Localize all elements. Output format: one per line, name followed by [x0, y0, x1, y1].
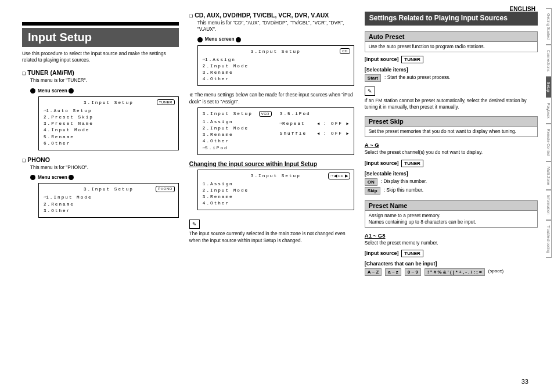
auto-note: If an FM station cannot be preset automa…: [365, 98, 538, 110]
tab-information[interactable]: Information: [546, 190, 552, 220]
phono-menu-label: Menu screen: [30, 174, 179, 181]
cd-aux-sub: This menu is for "CD", "AUX", "DVD/HDP",…: [197, 20, 354, 33]
change-tag: ☞◀ CD ▶: [328, 172, 350, 179]
tuner-menu-box: TUNER 3.Input Setup ☞1.Auto Setup 2.Pres…: [38, 96, 179, 150]
skip-sel-label: [Selectable items]: [365, 171, 538, 177]
column-right: Settings Related to Playing Input Source…: [365, 12, 538, 380]
cd-menu-label: Menu screen: [197, 36, 354, 42]
title-accent: [22, 22, 179, 26]
intro-text: Use this procedure to select the input s…: [22, 51, 179, 63]
tab-troubleshooting[interactable]: Troubleshooting: [546, 220, 552, 258]
skip-src-row: [Input source] TUNER: [365, 160, 538, 167]
page-title: Input Setup: [22, 28, 179, 47]
lang-label: ENGLISH: [510, 6, 535, 12]
name-chars-label: [Characters that can be input]: [365, 261, 538, 267]
name-chars-row: A ~ Z a ~ z 0 ~ 9 ! " # % & ' ( ) * + , …: [365, 268, 538, 276]
phono-menu-box: PHONO 3.Input Setup ☞1.Input Mode 2.Rena…: [38, 183, 179, 218]
skip-range-sub: Select the preset channel(s) you do not …: [365, 149, 538, 156]
footer-note: The input source currently selected in t…: [189, 231, 354, 243]
tab-getting-started[interactable]: Getting Started: [546, 8, 552, 45]
auto-sel-label: [Selectable items]: [365, 67, 538, 73]
skip-range: A ~ G: [365, 142, 538, 148]
tab-remote[interactable]: Remote Control: [546, 124, 552, 161]
preset-name-heading: Preset Name: [365, 200, 538, 211]
auto-preset-desc: Use the auto preset function to program …: [365, 42, 538, 52]
auto-start-item: Start: Start the auto preset process.: [365, 74, 538, 82]
name-src-row: [Input source] TUNER: [365, 250, 538, 257]
phono-sub: This menu is for "PHONO".: [30, 164, 179, 171]
cd-aux-heading: ❏CD, AUX, DVD/HDP, TV/CBL, VCR, DVR, V.A…: [189, 12, 354, 19]
tuner-menu-label: Menu screen: [30, 88, 179, 94]
change-input-heading: Changing the input source within Input S…: [189, 161, 354, 167]
tab-playback[interactable]: Playback: [546, 98, 552, 124]
tab-multizone[interactable]: Multi-Zone: [546, 161, 552, 190]
vcr-tag: VCR: [259, 111, 272, 117]
cd-menu-box: CD 3.Input Setup ☞1.Assign 2.Input Mode …: [197, 45, 354, 87]
tuner-sub: This menu is for "TUNER".: [30, 77, 179, 84]
preset-skip-heading: Preset Skip: [365, 116, 538, 127]
pencil-icon: ✎: [189, 220, 200, 229]
name-range: A1 ~ G8: [365, 232, 538, 239]
tab-setup[interactable]: Setup: [546, 77, 552, 97]
column-middle: ❏CD, AUX, DVD/HDP, TV/CBL, VCR, DVR, V.A…: [189, 12, 354, 380]
phono-tag: PHONO: [156, 186, 175, 192]
ipod-note: ※ The menu settings below can be made fo…: [189, 92, 354, 105]
name-range-sub: Select the preset memory number.: [365, 240, 538, 246]
preset-name-desc: Assign name to a preset memory. Names co…: [365, 211, 538, 228]
change-menu-box: ☞◀ CD ▶ 3.Input Setup 1.Assign 2.Input M…: [197, 170, 354, 211]
column-left: Input Setup Use this procedure to select…: [22, 12, 179, 380]
skip-skip-item: Skip: Skip this number.: [365, 187, 538, 195]
page-number: 33: [521, 378, 528, 385]
tuner-heading: ❏TUNER (AM/FM): [22, 69, 179, 76]
tuner-tag: TUNER: [157, 99, 175, 106]
phono-heading: ❏PHONO: [22, 156, 179, 163]
auto-src-row: [Input source] TUNER: [365, 56, 538, 63]
settings-header: Settings Related to Playing Input Source…: [365, 12, 538, 26]
tab-connections[interactable]: Connections: [546, 45, 552, 77]
pencil-icon: ✎: [365, 87, 375, 96]
auto-preset-heading: Auto Preset: [365, 31, 538, 42]
skip-on-item: ON: Display this number.: [365, 178, 538, 186]
preset-skip-desc: Set the preset memories that you do not …: [365, 127, 538, 137]
section-tabs: Getting Started Connections Setup Playba…: [546, 8, 552, 258]
manual-page: ENGLISH Getting Started Connections Setu…: [0, 0, 554, 392]
ipod-menu-box: VCR 3.Input Setup 1.Assign 2.Input Mode …: [197, 107, 354, 155]
cd-tag: CD: [340, 48, 350, 55]
